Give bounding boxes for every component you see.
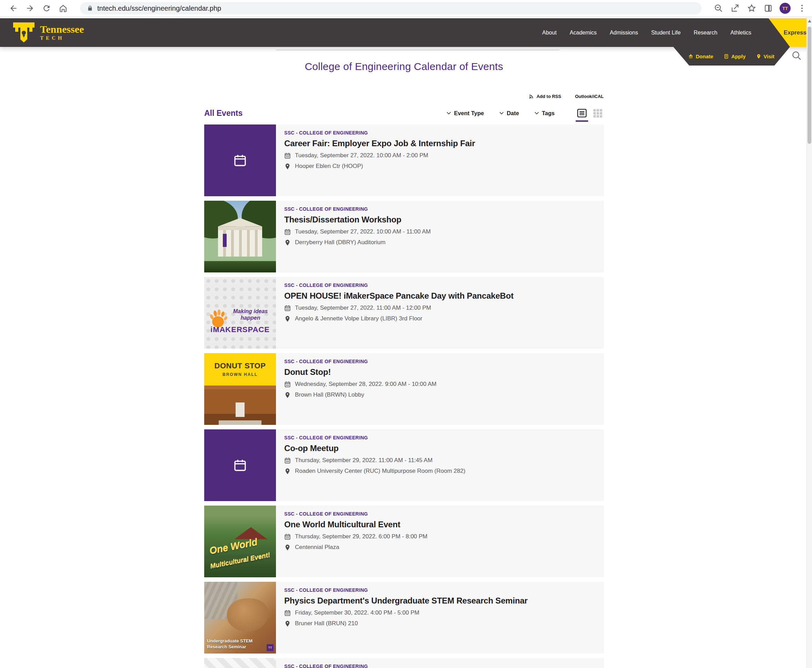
scrollbar-thumb[interactable] bbox=[807, 27, 811, 144]
nav-item-research[interactable]: Research bbox=[694, 30, 717, 36]
event-card[interactable]: SSC - COLLEGE OF ENGINEERING bbox=[204, 658, 604, 668]
event-title[interactable]: OPEN HOUSE! iMakerSpace Pancake Day with… bbox=[284, 291, 597, 301]
event-location: Hooper Eblen Ctr (HOOP) bbox=[295, 163, 363, 170]
share-icon[interactable] bbox=[730, 3, 740, 13]
site-search-button[interactable] bbox=[791, 50, 803, 62]
nav-item-athletics[interactable]: Athletics bbox=[730, 30, 751, 36]
page-title: College of Engineering Calendar of Event… bbox=[204, 61, 604, 72]
event-datetime: Tuesday, September 27, 2022. 11:00 AM - … bbox=[295, 304, 431, 311]
event-location: Bruner Hall (BRUN) 210 bbox=[295, 620, 358, 627]
event-thumbnail[interactable]: Making ideas happen iMAKERSPACE bbox=[204, 277, 276, 349]
quick-links-ribbon: Donate Apply Visit bbox=[669, 47, 794, 65]
event-category: SSC - COLLEGE OF ENGINEERING bbox=[284, 206, 597, 212]
event-location: Derryberry Hall (DBRY) Auditorium bbox=[295, 239, 385, 246]
event-thumbnail[interactable] bbox=[204, 429, 276, 501]
event-title[interactable]: Career Fair: Employer Expo Job & Interns… bbox=[284, 139, 597, 148]
breadcrumb-divider bbox=[276, 50, 560, 50]
event-card[interactable]: SSC - COLLEGE OF ENGINEERING Thesis/Diss… bbox=[204, 201, 604, 272]
profile-avatar[interactable]: TT bbox=[780, 3, 790, 14]
reload-icon[interactable] bbox=[42, 3, 52, 13]
forward-icon[interactable] bbox=[25, 3, 35, 13]
event-title[interactable]: Physics Department's Undergraduate STEM … bbox=[284, 596, 597, 606]
bookmark-star-icon[interactable] bbox=[747, 3, 757, 13]
filters: Event Type Date Tags bbox=[446, 110, 555, 117]
filter-tags[interactable]: Tags bbox=[534, 110, 555, 117]
view-toggles bbox=[576, 107, 604, 119]
list-view-toggle[interactable] bbox=[576, 107, 588, 119]
event-card-body: SSC - COLLEGE OF ENGINEERING bbox=[276, 658, 604, 668]
apply-link[interactable]: Apply bbox=[724, 53, 746, 59]
tt-emblem-icon bbox=[13, 22, 35, 42]
event-datetime: Wednesday, September 28, 2022. 9:00 AM -… bbox=[295, 381, 436, 387]
chevron-down-icon bbox=[446, 111, 451, 115]
filter-event-type[interactable]: Event Type bbox=[446, 110, 484, 117]
calendar-icon bbox=[284, 381, 291, 387]
browser-menu-icon[interactable] bbox=[797, 5, 807, 12]
scrollbar-up-arrow[interactable] bbox=[808, 20, 811, 22]
calendar-placeholder-icon bbox=[233, 458, 247, 472]
event-title[interactable]: Donut Stop! bbox=[284, 367, 597, 377]
event-datetime: Tuesday, September 27, 2022. 10:00 AM - … bbox=[295, 152, 428, 159]
event-datetime-row: Tuesday, September 27, 2022. 10:00 AM - … bbox=[284, 228, 597, 235]
event-card[interactable]: SSC - COLLEGE OF ENGINEERING Career Fair… bbox=[204, 125, 604, 196]
express-label: Express bbox=[784, 29, 807, 36]
nav-item-admissions[interactable]: Admissions bbox=[610, 30, 638, 36]
nav-item-about[interactable]: About bbox=[542, 30, 557, 36]
location-pin-icon bbox=[284, 392, 291, 398]
event-category: SSC - COLLEGE OF ENGINEERING bbox=[284, 587, 597, 593]
event-thumbnail[interactable] bbox=[204, 658, 276, 668]
event-location-row: Centennial Plaza bbox=[284, 544, 597, 551]
event-thumbnail[interactable] bbox=[204, 125, 276, 196]
event-card[interactable]: DONUT STOP BROWN HALL SSC - COLLEGE OF E… bbox=[204, 353, 604, 425]
event-title[interactable]: Co-op Meetup bbox=[284, 444, 597, 453]
zoom-indicator-icon[interactable] bbox=[713, 3, 724, 13]
event-thumbnail[interactable]: DONUT STOP BROWN HALL bbox=[204, 353, 276, 425]
express-tab[interactable]: Express bbox=[752, 18, 812, 47]
visit-link[interactable]: Visit bbox=[756, 53, 774, 59]
event-list: SSC - COLLEGE OF ENGINEERING Career Fair… bbox=[204, 125, 604, 668]
event-datetime-row: Thursday, September 29, 2022. 6:00 PM - … bbox=[284, 533, 597, 540]
event-location-row: Hooper Eblen Ctr (HOOP) bbox=[284, 163, 597, 170]
apply-label: Apply bbox=[731, 53, 746, 59]
address-bar[interactable]: tntech.edu/ssc/engineering/calendar.php bbox=[80, 2, 702, 15]
event-category: SSC - COLLEGE OF ENGINEERING bbox=[284, 511, 597, 517]
search-icon bbox=[791, 50, 802, 61]
event-title[interactable]: Thesis/Dissertation Workshop bbox=[284, 215, 597, 224]
event-card[interactable]: One World Multicultural Event! SSC - COL… bbox=[204, 506, 604, 577]
filter-date[interactable]: Date bbox=[499, 110, 519, 117]
url-text[interactable]: tntech.edu/ssc/engineering/calendar.php bbox=[97, 5, 221, 12]
event-thumbnail[interactable] bbox=[204, 201, 276, 272]
outlook-ical-link[interactable]: Outlook/iCAL bbox=[575, 94, 604, 99]
grid-view-toggle[interactable] bbox=[592, 107, 604, 119]
imakerspace-tagline: Making ideas happen bbox=[228, 308, 272, 321]
event-card[interactable]: SSC - COLLEGE OF ENGINEERING Co-op Meetu… bbox=[204, 429, 604, 501]
rss-link[interactable]: Add to RSS bbox=[529, 94, 561, 99]
event-card[interactable]: Undergraduate STEM Research Seminar TT S… bbox=[204, 582, 604, 653]
event-thumbnail[interactable]: One World Multicultural Event! bbox=[204, 506, 276, 577]
donate-icon bbox=[688, 54, 693, 59]
donut-stop-subtitle: BROWN HALL bbox=[222, 372, 258, 377]
apply-icon bbox=[724, 54, 729, 59]
visit-pin-icon bbox=[756, 54, 761, 59]
location-pin-icon bbox=[284, 316, 291, 322]
event-card[interactable]: Making ideas happen iMAKERSPACE SSC - CO… bbox=[204, 277, 604, 349]
nav-item-academics[interactable]: Academics bbox=[570, 30, 597, 36]
event-title[interactable]: One World Multicultural Event bbox=[284, 520, 597, 529]
home-icon[interactable] bbox=[58, 3, 68, 13]
event-datetime: Thursday, September 29, 2022. 6:00 PM - … bbox=[295, 533, 428, 540]
donate-link[interactable]: Donate bbox=[688, 53, 713, 59]
logo-line1: Tennessee bbox=[40, 24, 84, 35]
browser-toolbar: tntech.edu/ssc/engineering/calendar.php … bbox=[0, 0, 812, 17]
calendar-icon bbox=[284, 305, 291, 311]
tennessee-tech-logo[interactable]: Tennessee TECH bbox=[13, 22, 84, 42]
back-icon[interactable] bbox=[8, 3, 18, 13]
event-location-row: Brown Hall (BRWN) Lobby bbox=[284, 391, 597, 398]
event-thumbnail[interactable]: Undergraduate STEM Research Seminar TT bbox=[204, 582, 276, 653]
side-panel-icon[interactable] bbox=[763, 3, 774, 13]
event-location: Angelo & Jennette Volpe Library (LIBR) 3… bbox=[295, 315, 422, 322]
event-datetime-row: Tuesday, September 27, 2022. 11:00 AM - … bbox=[284, 304, 597, 311]
nav-item-student-life[interactable]: Student Life bbox=[651, 30, 680, 36]
photo-ground bbox=[204, 261, 276, 272]
location-pin-icon bbox=[284, 163, 291, 170]
building-door bbox=[236, 402, 245, 417]
